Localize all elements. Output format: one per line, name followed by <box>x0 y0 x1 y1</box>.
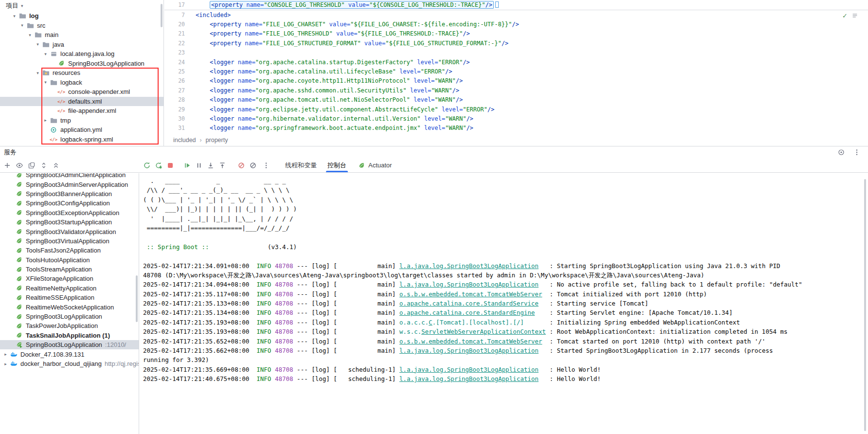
breadcrumb-item[interactable]: property <box>206 137 228 144</box>
service-item[interactable]: ToolsFastJson2Application <box>0 246 139 255</box>
add-button[interactable] <box>2 160 13 171</box>
tree-item[interactable]: ▾local.ateng.java.log <box>0 49 163 59</box>
service-item[interactable]: ▸docker_harbor_cloud_qijianghttp://qj.re… <box>0 359 139 368</box>
service-item[interactable]: SpringBoot3ExceptionApplication <box>0 208 139 217</box>
service-item[interactable]: SpringBoot3LogApplication <box>0 312 139 321</box>
code-line[interactable]: 29 <logger name="org.eclipse.jetty.util.… <box>164 105 868 114</box>
chevron-right-icon[interactable]: ▸ <box>42 118 49 123</box>
console-output: . ____ _ __ _ _ /\\ / ___'_ __ _ _(_)_ _… <box>140 173 868 384</box>
chevron-down-icon[interactable]: ▾ <box>34 71 41 75</box>
logger-link[interactable]: l.a.java.log.SpringBoot3LogApplication <box>399 262 539 270</box>
logger-link[interactable]: o.s.b.w.embedded.tomcat.TomcatWebServer <box>399 338 542 345</box>
clear-all-button[interactable] <box>248 160 258 171</box>
logger-link[interactable]: o.apache.catalina.core.StandardEngine <box>399 309 535 316</box>
code-line[interactable]: 22 <property name="FILE_LOG_STRUCTURED_F… <box>164 38 868 48</box>
step-down-button[interactable] <box>205 160 216 171</box>
service-item[interactable]: SpringBoot3ValidatorApplication <box>0 227 139 236</box>
tree-item[interactable]: ▸tmp <box>0 116 163 126</box>
service-item[interactable]: RealtimeWebSocketApplication <box>0 302 139 311</box>
target-button[interactable] <box>836 147 847 158</box>
open-in-new-button[interactable] <box>26 160 37 171</box>
code-line[interactable]: 27 <logger name="org.apache.sshd.common.… <box>164 86 868 95</box>
tree-item[interactable]: ▾java <box>0 40 163 50</box>
resume-button[interactable] <box>182 160 193 171</box>
logger-link[interactable]: l.a.java.log.SpringBoot3LogApplication <box>399 347 539 354</box>
tree-item[interactable]: ▾src <box>0 21 163 31</box>
logger-link[interactable]: o.apache.catalina.core.StandardService <box>399 300 539 307</box>
more-vertical-button[interactable] <box>851 147 862 158</box>
chevron-right-icon[interactable]: ▸ <box>2 362 9 366</box>
logger-link[interactable]: o.s.b.w.embedded.tomcat.TomcatWebServer <box>399 290 542 298</box>
tree-item[interactable]: application.yml <box>0 125 163 135</box>
console-tab[interactable]: 线程和变量 <box>280 158 322 172</box>
tree-item[interactable]: </>logback-spring.xml <box>0 135 163 145</box>
service-item[interactable]: XFileStorageApplication <box>0 274 139 283</box>
code-line[interactable]: 21 <property name="FILE_LOG_THRESHOLD" v… <box>164 29 868 38</box>
service-item[interactable]: ▸Docker_47.108.39.131 <box>0 349 139 359</box>
inspection-widget[interactable]: ✓ <box>842 12 859 19</box>
logger-link[interactable]: l.a.java.log.SpringBoot3LogApplication <box>399 281 539 288</box>
mute-breakpoints-button[interactable] <box>236 160 247 171</box>
stop-button[interactable] <box>165 160 176 171</box>
breadcrumb-item[interactable]: included <box>173 137 196 144</box>
sticky-line[interactable]: 17 <property name="CONSOLE_LOG_THRESHOLD… <box>164 0 868 10</box>
code-line[interactable]: 23 <box>164 48 868 57</box>
code-line[interactable]: 7<included> <box>164 10 868 19</box>
service-item[interactable]: SpringBoot3LogApplication:12010/ <box>0 340 139 349</box>
console-scrollbar[interactable] <box>864 179 866 431</box>
tree-item[interactable]: </>defaults.xml <box>0 97 163 107</box>
pause-button[interactable] <box>194 160 204 171</box>
tree-item[interactable]: ▾logback <box>0 78 163 88</box>
rerun-debug-button[interactable] <box>153 160 164 171</box>
tree-item[interactable]: ▾main <box>0 30 163 40</box>
logger-link[interactable]: C <box>429 319 433 326</box>
step-up-button[interactable] <box>217 160 228 171</box>
chevron-down-icon[interactable]: ▾ <box>42 52 49 56</box>
services-scrollbar[interactable] <box>136 275 138 322</box>
code-line[interactable]: 28 <logger name="org.apache.tomcat.util.… <box>164 95 868 105</box>
service-item[interactable]: SpringBoot3AdminServerApplication <box>0 180 139 189</box>
project-panel-header[interactable]: 项目 ▾ <box>0 0 163 11</box>
tree-item[interactable]: ▾log <box>0 11 163 21</box>
code-line[interactable]: 25 <logger name="org.apache.catalina.uti… <box>164 67 868 76</box>
service-item[interactable]: SpringBoot3AdminClientApplication <box>0 173 139 180</box>
project-scrollbar[interactable] <box>161 4 163 27</box>
tree-item[interactable]: </>console-appender.xml <box>0 87 163 97</box>
service-item[interactable]: ToolsHutoolApplication <box>0 255 139 265</box>
code-line[interactable]: 31 <logger name="org.springframework.boo… <box>164 124 868 133</box>
logger-link[interactable]: l.a.java.log.SpringBoot3LogApplication <box>399 375 539 382</box>
tree-item[interactable]: ▾resources <box>0 68 163 78</box>
tree-item[interactable]: SpringBoot3LogApplication <box>0 59 163 69</box>
service-item[interactable]: ToolsStreamApplication <box>0 265 139 274</box>
service-item[interactable]: RealtimeNettyApplication <box>0 284 139 293</box>
code-line[interactable]: 20 <property name="FILE_LOG_CHARSET" val… <box>164 19 868 29</box>
chevron-down-icon[interactable]: ▾ <box>42 80 49 85</box>
chevron-down-icon[interactable]: ▾ <box>11 14 18 18</box>
service-item[interactable]: TaskSnailJobApplication (1) <box>0 331 139 340</box>
chevron-down-icon[interactable]: ▾ <box>26 33 34 37</box>
console-tab[interactable]: Actuator <box>352 158 397 172</box>
logger-link[interactable]: ServletWebServerApplicationContext <box>421 328 546 335</box>
console-panel[interactable]: . ____ _ __ _ _ /\\ / ___'_ __ _ _(_)_ _… <box>140 173 868 434</box>
code-line[interactable]: 26 <logger name="org.apache.coyote.http1… <box>164 76 868 86</box>
service-item[interactable]: SpringBoot3ConfigApplication <box>0 199 139 208</box>
code-line[interactable]: 30 <logger name="org.hibernate.validator… <box>164 114 868 123</box>
editor-panel[interactable]: 17 <property name="CONSOLE_LOG_THRESHOLD… <box>164 0 868 146</box>
rerun-button[interactable] <box>142 160 152 171</box>
collapse-all-button[interactable] <box>51 160 61 171</box>
more-button[interactable] <box>261 160 271 171</box>
tree-item[interactable]: </>file-appender.xml <box>0 106 163 116</box>
service-item[interactable]: SpringBoot3BannerApplication <box>0 189 139 199</box>
logger-link[interactable]: l.a.java.log.SpringBoot3LogApplication <box>399 366 539 373</box>
preview-button[interactable] <box>14 160 25 171</box>
console-tab[interactable]: 控制台 <box>322 158 352 172</box>
service-item[interactable]: SpringBoot3VirtualApplication <box>0 236 139 246</box>
chevron-right-icon[interactable]: ▸ <box>2 352 9 357</box>
code-line[interactable]: 24 <logger name="org.apache.catalina.sta… <box>164 57 868 67</box>
service-item[interactable]: RealtimeSSEApplication <box>0 293 139 302</box>
service-item[interactable]: SpringBoot3StartupApplication <box>0 217 139 227</box>
navigate-updown-button[interactable] <box>38 160 49 171</box>
chevron-down-icon[interactable]: ▾ <box>18 23 26 28</box>
service-item[interactable]: TaskPowerJobApplication <box>0 321 139 330</box>
chevron-down-icon[interactable]: ▾ <box>34 42 41 47</box>
